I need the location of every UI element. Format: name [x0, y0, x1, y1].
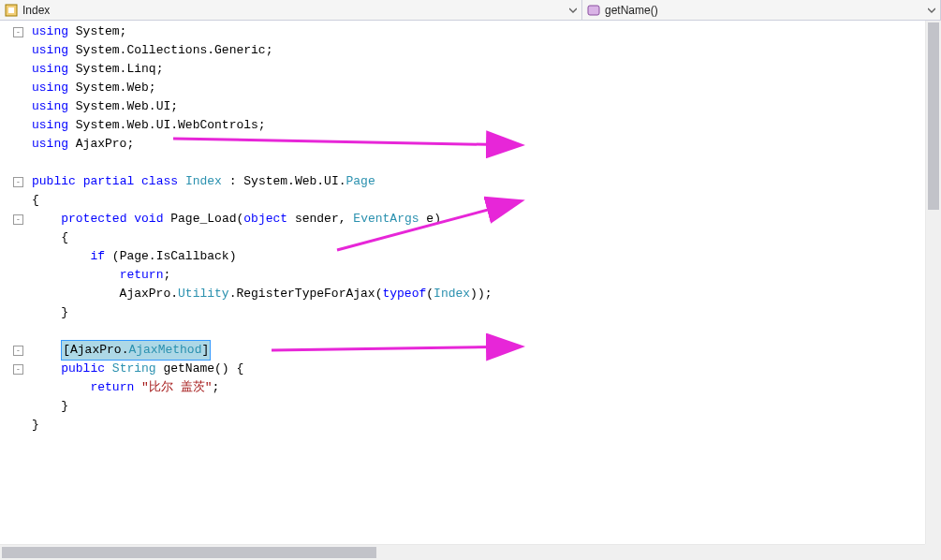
method-icon: [586, 3, 601, 18]
member-dropdown[interactable]: getName(): [582, 0, 941, 20]
member-dropdown-label: getName(): [605, 4, 658, 17]
member-navigation-bar: Index getName(): [0, 0, 941, 21]
fold-toggle[interactable]: -: [13, 214, 23, 225]
chevron-down-icon: [927, 6, 936, 15]
svg-rect-1: [8, 7, 14, 13]
fold-toggle[interactable]: -: [13, 364, 23, 375]
fold-gutter: -----: [0, 21, 21, 560]
fold-toggle[interactable]: -: [13, 27, 23, 37]
vertical-scroll-thumb[interactable]: [928, 22, 939, 210]
type-dropdown-label: Index: [22, 4, 50, 17]
svg-rect-2: [588, 6, 599, 15]
scrollbar-corner: [925, 544, 941, 560]
horizontal-scrollbar[interactable]: [0, 544, 925, 560]
vertical-scrollbar[interactable]: [925, 21, 941, 544]
horizontal-scroll-thumb[interactable]: [2, 547, 376, 558]
code-editor[interactable]: ----- using System; using System.Collect…: [0, 21, 941, 560]
type-dropdown[interactable]: Index: [0, 0, 582, 20]
fold-toggle[interactable]: -: [13, 346, 23, 356]
class-icon: [4, 3, 19, 18]
code-area[interactable]: using System; using System.Collections.G…: [21, 21, 941, 560]
chevron-down-icon: [568, 6, 578, 15]
fold-toggle[interactable]: -: [13, 177, 23, 187]
